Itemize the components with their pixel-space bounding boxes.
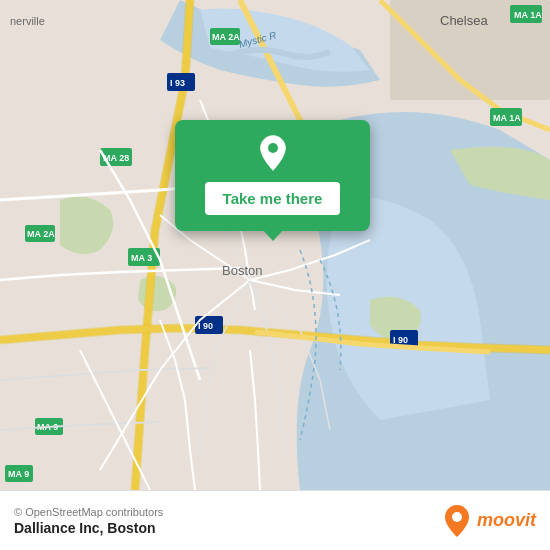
map-svg: Chelsea nerville MA 1A MA 28 MA 1A MA 1A xyxy=(0,0,550,490)
moovit-pin-icon xyxy=(443,504,471,538)
svg-text:Chelsea: Chelsea xyxy=(440,13,488,28)
svg-point-31 xyxy=(452,512,462,522)
svg-point-30 xyxy=(268,143,278,153)
bottom-bar: © OpenStreetMap contributors Dalliance I… xyxy=(0,490,550,550)
svg-text:MA 9: MA 9 xyxy=(8,469,29,479)
svg-text:Boston: Boston xyxy=(222,263,262,278)
svg-text:I 93: I 93 xyxy=(170,78,185,88)
location-name: Dalliance Inc, Boston xyxy=(14,520,163,536)
map-view: Chelsea nerville MA 1A MA 28 MA 1A MA 1A xyxy=(0,0,550,490)
moovit-logo: moovit xyxy=(443,504,536,538)
svg-text:I 90: I 90 xyxy=(393,335,408,345)
svg-text:MA 2A: MA 2A xyxy=(27,229,55,239)
svg-text:MA 1A: MA 1A xyxy=(493,113,521,123)
svg-text:I 90: I 90 xyxy=(198,321,213,331)
svg-text:MA 3: MA 3 xyxy=(131,253,152,263)
take-me-there-button[interactable]: Take me there xyxy=(205,182,341,215)
svg-text:MA 2A: MA 2A xyxy=(212,32,240,42)
svg-text:MA 1A: MA 1A xyxy=(514,10,542,20)
attribution-text: © OpenStreetMap contributors xyxy=(14,506,163,518)
location-popup: Take me there xyxy=(175,120,370,231)
moovit-brand-text: moovit xyxy=(477,510,536,531)
svg-text:nerville: nerville xyxy=(10,15,45,27)
location-pin-icon xyxy=(254,134,292,172)
